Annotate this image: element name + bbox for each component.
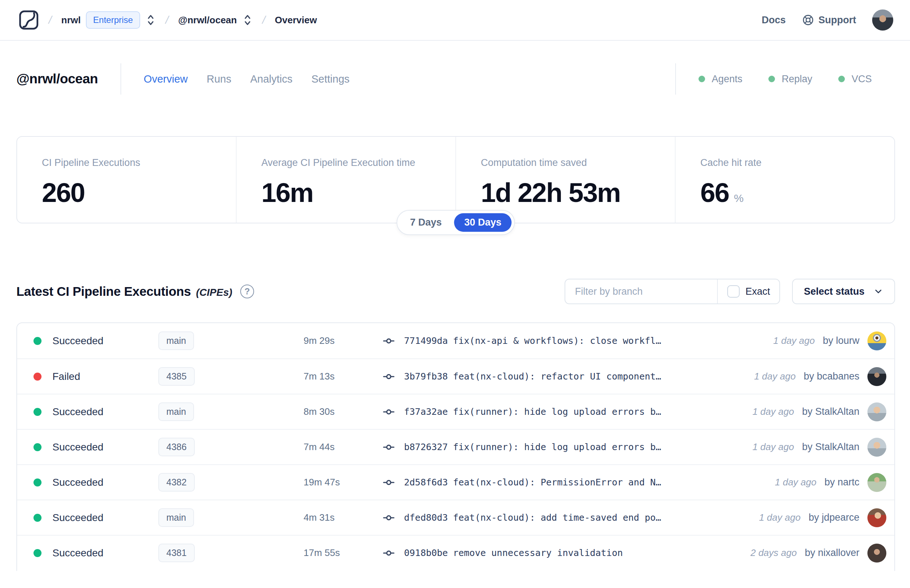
status-select[interactable]: Select status xyxy=(792,279,895,304)
status-label: Succeeded xyxy=(52,406,103,418)
chevron-up-down-icon[interactable] xyxy=(145,14,156,26)
commit-message: remove unnecessary invalidation xyxy=(453,548,623,558)
help-icon[interactable]: ? xyxy=(240,284,254,298)
git-commit-icon xyxy=(383,441,394,453)
avatar xyxy=(867,508,886,527)
tab-analytics[interactable]: Analytics xyxy=(250,73,292,85)
branch-badge[interactable]: 4386 xyxy=(158,438,195,456)
breadcrumb-workspace-selector[interactable]: @nrwl/ocean xyxy=(178,14,253,26)
meta-cell: 1 day ago by lourw xyxy=(773,331,894,351)
author: by StalkAltan xyxy=(802,441,860,452)
env-status-badges: Agents Replay VCS xyxy=(698,73,894,85)
commit-cell: 0918b0beremove unnecessary invalidation xyxy=(383,547,750,559)
avatar xyxy=(867,438,886,457)
meta-cell: 1 day ago by nartc xyxy=(775,473,894,492)
exact-checkbox-label: Exact xyxy=(745,286,770,297)
commit-text: 3b79fb38feat(nx-cloud): refactor UI comp… xyxy=(404,371,661,382)
stat-value: 16m xyxy=(261,177,313,208)
author: by jdpearce xyxy=(808,512,860,523)
stat-value: 66 xyxy=(700,177,729,208)
status-label: Succeeded xyxy=(52,441,103,453)
avatar xyxy=(867,473,886,492)
support-label: Support xyxy=(819,15,856,26)
branch-badge[interactable]: 4381 xyxy=(158,544,195,562)
nx-logo[interactable] xyxy=(18,10,39,31)
range-option-30-days[interactable]: 30 Days xyxy=(454,213,511,232)
stat-label: Average CI Pipeline Execution time xyxy=(261,157,441,168)
duration-cell: 8m 30s xyxy=(304,406,383,417)
table-row[interactable]: Succeeded 4381 17m 55s 0918b0beremove un… xyxy=(17,535,894,570)
time-ago: 1 day ago xyxy=(773,335,815,346)
branch-badge[interactable]: main xyxy=(158,331,194,350)
commit-text: 771499dafix(nx-api & workflows): close w… xyxy=(404,336,661,346)
table-row[interactable]: Failed 4385 7m 13s 3b79fb38feat(nx-cloud… xyxy=(17,359,894,394)
breadcrumb-separator: / xyxy=(261,14,267,26)
author: by bcabanes xyxy=(804,371,860,382)
table-row[interactable]: Succeeded main 8m 30s f37a32aefix(runner… xyxy=(17,394,894,429)
table-row[interactable]: Succeeded 4386 7m 44s b8726327fix(runner… xyxy=(17,429,894,464)
branch-cell: main xyxy=(158,402,304,421)
breadcrumb-separator: / xyxy=(47,14,53,26)
table-row[interactable]: Succeeded main 9m 29s 771499dafix(nx-api… xyxy=(17,323,894,359)
breadcrumb-org-selector[interactable]: nrwl Enterprise xyxy=(61,11,156,29)
chevron-up-down-icon[interactable] xyxy=(242,14,253,26)
meta-cell: 1 day ago by StalkAltan xyxy=(752,438,894,457)
git-commit-icon xyxy=(383,371,394,383)
range-option-7-days[interactable]: 7 Days xyxy=(400,213,452,232)
git-commit-icon xyxy=(383,335,394,347)
branch-badge[interactable]: 4385 xyxy=(158,367,195,386)
status-cell: Failed xyxy=(17,371,158,383)
section-title-suffix: (CIPEs) xyxy=(196,287,233,298)
branch-filter-input[interactable] xyxy=(565,279,717,304)
commit-message: feat(nx-cloud): refactor UI component… xyxy=(453,371,661,382)
commit-text: 0918b0beremove unnecessary invalidation xyxy=(404,548,623,558)
git-commit-icon xyxy=(383,477,394,488)
enterprise-badge: Enterprise xyxy=(86,11,140,29)
author: by lourw xyxy=(823,335,860,346)
status-dot xyxy=(34,373,42,381)
status-dot xyxy=(34,443,42,451)
green-dot-icon xyxy=(838,76,845,82)
stat-label: CI Pipeline Executions xyxy=(42,157,221,168)
badge-replay[interactable]: Replay xyxy=(768,73,812,85)
exact-checkbox[interactable] xyxy=(727,285,740,298)
author: by StalkAltan xyxy=(802,406,860,417)
green-dot-icon xyxy=(768,76,775,82)
divider xyxy=(675,63,676,95)
meta-cell: 1 day ago by bcabanes xyxy=(754,367,894,386)
status-label: Succeeded xyxy=(52,547,103,559)
commit-hash: 771499da xyxy=(404,336,448,346)
status-cell: Succeeded xyxy=(17,547,158,559)
branch-badge[interactable]: 4382 xyxy=(158,473,195,491)
tab-overview[interactable]: Overview xyxy=(144,73,188,85)
commit-hash: f37a32ae xyxy=(404,406,448,417)
time-ago: 1 day ago xyxy=(775,477,816,488)
tab-runs[interactable]: Runs xyxy=(207,73,231,85)
status-cell: Succeeded xyxy=(17,335,158,347)
git-commit-icon xyxy=(383,512,394,523)
badge-agents[interactable]: Agents xyxy=(698,73,742,85)
commit-hash: b8726327 xyxy=(404,442,448,452)
branch-cell: main xyxy=(158,508,304,527)
commit-text: dfed80d3feat(nx-cloud): add time-saved e… xyxy=(404,512,661,523)
docs-link[interactable]: Docs xyxy=(761,15,786,26)
duration-cell: 9m 29s xyxy=(304,335,383,346)
table-row[interactable]: Succeeded 4382 19m 47s 2d58f6d3feat(nx-c… xyxy=(17,464,894,499)
status-dot xyxy=(34,337,42,345)
user-avatar[interactable] xyxy=(872,10,893,31)
branch-badge[interactable]: main xyxy=(158,508,194,527)
commit-message: fix(runner): hide log upload errors b… xyxy=(453,442,661,452)
branch-cell: 4386 xyxy=(158,438,304,456)
commit-hash: 0918b0be xyxy=(404,548,448,558)
meta-cell: 2 days ago by nixallover xyxy=(750,544,894,562)
status-label: Failed xyxy=(52,371,80,383)
support-link[interactable]: Support xyxy=(802,14,856,26)
duration-cell: 7m 13s xyxy=(304,371,383,382)
branch-filter-group: Exact xyxy=(564,279,780,304)
stat-value: 260 xyxy=(42,177,84,208)
branch-badge[interactable]: main xyxy=(158,402,194,421)
tab-settings[interactable]: Settings xyxy=(311,73,349,85)
badge-vcs[interactable]: VCS xyxy=(838,73,872,85)
table-row[interactable]: Succeeded main 4m 31s dfed80d3feat(nx-cl… xyxy=(17,499,894,535)
cipe-section-title: Latest CI Pipeline Executions (CIPEs) xyxy=(16,284,232,299)
